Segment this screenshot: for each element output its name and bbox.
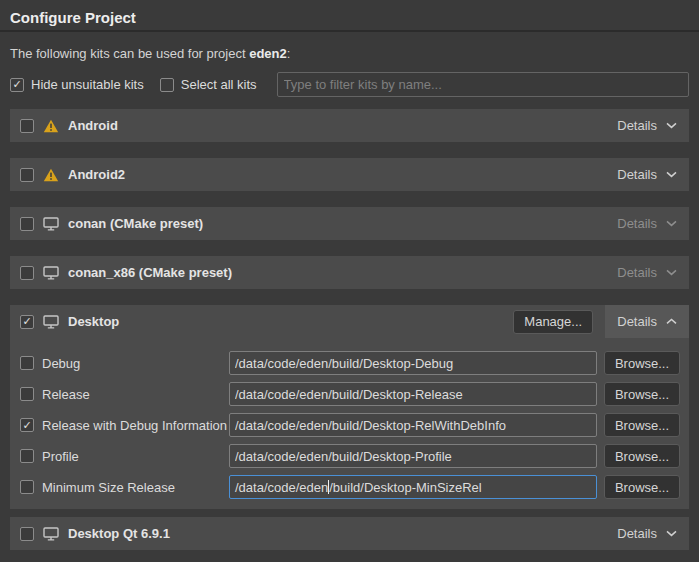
- manage-button[interactable]: Manage...: [513, 310, 593, 334]
- browse-button[interactable]: Browse...: [604, 475, 680, 499]
- details-button[interactable]: Details: [605, 158, 689, 191]
- browse-button[interactable]: Browse...: [604, 382, 680, 406]
- build-dir-input[interactable]: [229, 413, 597, 437]
- build-config-row-minsizerel: Minimum Size Release /data/code/eden/bui…: [20, 475, 680, 499]
- kit-filter-bar: Hide unsuitable kits Select all kits: [10, 72, 689, 97]
- intro-suffix: :: [287, 46, 291, 61]
- warning-icon: [43, 119, 59, 133]
- chevron-down-icon: [666, 530, 677, 537]
- kit-checkbox[interactable]: [20, 217, 34, 231]
- browse-button[interactable]: Browse...: [604, 413, 680, 437]
- kit-row-desktop-qt[interactable]: Desktop Qt 6.9.1 Details: [10, 517, 689, 550]
- build-config-row-debug: Debug Browse...: [20, 351, 680, 375]
- browse-button[interactable]: Browse...: [604, 351, 680, 375]
- config-label: Release with Debug Information: [42, 418, 229, 433]
- select-all-label: Select all kits: [181, 77, 257, 92]
- kit-row-desktop[interactable]: Desktop Manage... Details: [10, 305, 689, 338]
- kit-name: Android2: [68, 167, 125, 182]
- warning-icon: [43, 168, 59, 182]
- details-label: Details: [617, 118, 657, 133]
- details-button[interactable]: Details: [605, 207, 689, 240]
- browse-button[interactable]: Browse...: [604, 444, 680, 468]
- details-button[interactable]: Details: [605, 517, 689, 550]
- kit-checkbox[interactable]: [20, 168, 34, 182]
- details-button[interactable]: Details: [605, 256, 689, 289]
- hide-unsuitable-checkbox[interactable]: [10, 78, 24, 92]
- kit-filter-input[interactable]: [277, 72, 689, 97]
- select-all-checkbox[interactable]: [160, 78, 174, 92]
- kit-row-conan[interactable]: conan (CMake preset) Details: [10, 207, 689, 240]
- kit-checkbox[interactable]: [20, 527, 34, 541]
- build-config-row-release: Release Browse...: [20, 382, 680, 406]
- kit-checkbox[interactable]: [20, 315, 34, 329]
- select-all-kits-option[interactable]: Select all kits: [160, 77, 257, 92]
- kit-name: Desktop: [68, 314, 119, 329]
- details-label: Details: [617, 526, 657, 541]
- details-button[interactable]: Details: [605, 109, 689, 142]
- hide-unsuitable-label: Hide unsuitable kits: [31, 77, 144, 92]
- desktop-icon: [43, 527, 59, 541]
- page-title: Configure Project: [10, 9, 689, 26]
- kit-name: conan (CMake preset): [68, 216, 203, 231]
- kit-list: Android Details Android2 Details conan (…: [10, 109, 689, 550]
- kit-row-conan-x86[interactable]: conan_x86 (CMake preset) Details: [10, 256, 689, 289]
- details-button[interactable]: Details: [605, 305, 689, 338]
- page-header: Configure Project: [0, 0, 699, 32]
- desktop-icon: [43, 266, 59, 280]
- details-label: Details: [617, 167, 657, 182]
- config-checkbox[interactable]: [20, 387, 34, 401]
- kit-name: Android: [68, 118, 118, 133]
- intro-prefix: The following kits can be used for proje…: [10, 46, 249, 61]
- build-config-list: Debug Browse... Release Browse... Releas…: [10, 338, 689, 509]
- desktop-icon: [43, 217, 59, 231]
- config-checkbox[interactable]: [20, 480, 34, 494]
- kit-checkbox[interactable]: [20, 266, 34, 280]
- config-checkbox[interactable]: [20, 418, 34, 432]
- build-dir-input[interactable]: [229, 382, 597, 406]
- desktop-icon: [43, 315, 59, 329]
- hide-unsuitable-kits-option[interactable]: Hide unsuitable kits: [10, 77, 144, 92]
- build-dir-input-focused[interactable]: /data/code/eden/build/Desktop-MinSizeRel: [229, 475, 597, 499]
- kit-name: Desktop Qt 6.9.1: [68, 526, 170, 541]
- chevron-down-icon: [666, 122, 677, 129]
- details-label: Details: [617, 216, 657, 231]
- kit-name: conan_x86 (CMake preset): [68, 265, 232, 280]
- config-checkbox[interactable]: [20, 449, 34, 463]
- chevron-down-icon: [666, 171, 677, 178]
- config-label: Profile: [42, 449, 229, 464]
- build-config-row-relwithdebinfo: Release with Debug Information Browse...: [20, 413, 680, 437]
- chevron-down-icon: [666, 269, 677, 276]
- config-label: Debug: [42, 356, 229, 371]
- path-text-after-caret: /build/Desktop-MinSizeRel: [329, 480, 481, 495]
- config-label: Minimum Size Release: [42, 480, 229, 495]
- chevron-down-icon: [666, 220, 677, 227]
- intro-text: The following kits can be used for proje…: [10, 46, 689, 61]
- path-text-before-caret: /data/code/eden: [235, 480, 328, 495]
- kit-row-android[interactable]: Android Details: [10, 109, 689, 142]
- kit-row-android2[interactable]: Android2 Details: [10, 158, 689, 191]
- kit-section-desktop: Desktop Manage... Details Debug Browse..…: [10, 305, 689, 509]
- details-label: Details: [617, 265, 657, 280]
- config-label: Release: [42, 387, 229, 402]
- config-checkbox[interactable]: [20, 356, 34, 370]
- kit-checkbox[interactable]: [20, 119, 34, 133]
- project-name: eden2: [249, 46, 287, 61]
- build-config-row-profile: Profile Browse...: [20, 444, 680, 468]
- build-dir-input[interactable]: [229, 444, 597, 468]
- chevron-up-icon: [666, 318, 677, 325]
- details-label: Details: [617, 314, 657, 329]
- build-dir-input[interactable]: [229, 351, 597, 375]
